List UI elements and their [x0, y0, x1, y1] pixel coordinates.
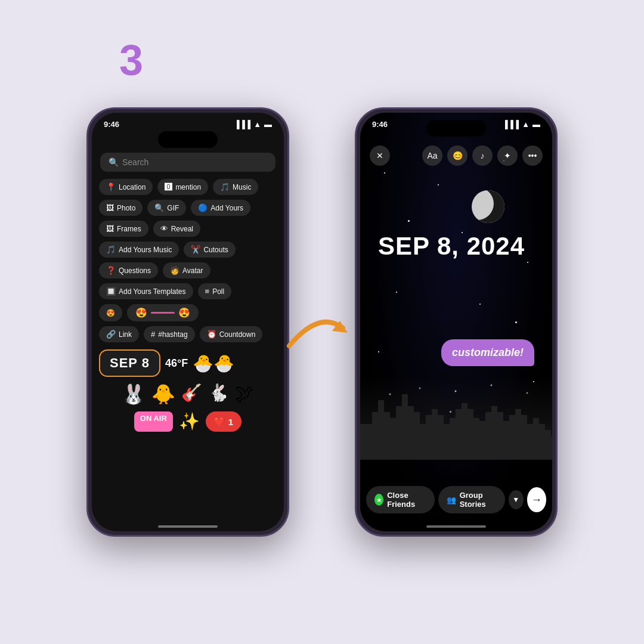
cutouts-icon: ✂️ — [191, 245, 200, 254]
gif-label: GIF — [167, 204, 179, 212]
heart-icon: ❤️ — [214, 416, 225, 427]
svg-point-5 — [527, 392, 528, 394]
hashtag-label: #hashtag — [158, 330, 187, 339]
countdown-icon: ⏰ — [207, 330, 216, 339]
phone-left: 9:46 ▐▐▐ ▲ ▬ 🔍 Search — [86, 107, 289, 537]
status-bar-left: 9:46 ▐▐▐ ▲ ▬ — [92, 113, 284, 131]
emoji-right: 😍 — [178, 307, 190, 318]
sticker-link[interactable]: 🔗 Link — [99, 326, 139, 342]
sticker-mention[interactable]: 🅾 mention — [157, 179, 208, 195]
temp-sticker[interactable]: 46°F — [165, 357, 188, 370]
like-button[interactable]: ❤️ 1 — [206, 411, 242, 432]
sticker-row-1: 📍 Location 🅾 mention 🎵 Music — [99, 179, 277, 195]
link-label: Link — [119, 330, 132, 339]
status-icons-right: ▐▐▐ ▲ ▬ — [502, 120, 540, 129]
on-air-sticker: ON AIR — [134, 411, 173, 432]
toolbar-icons: Aa 😊 ♪ ✦ ••• — [422, 145, 543, 166]
close-friends-pill[interactable]: ★ Close Friends — [366, 486, 435, 513]
sticker-row-8: 🔗 Link # #hashtag ⏰ Countdown — [99, 326, 277, 342]
sticker-add-yours-templates[interactable]: 🔲 Add Yours Templates — [99, 283, 193, 299]
sticker-row-3: 🖼 Frames 👁 Reveal — [99, 221, 277, 237]
sticker-emoji-reaction[interactable]: 😍 — [99, 304, 122, 321]
sticker-bunny1: 🐰 — [122, 383, 145, 405]
svg-point-3 — [455, 391, 457, 392]
send-button[interactable]: → — [527, 487, 547, 512]
phones-container: 9:46 ▐▐▐ ▲ ▬ 🔍 Search — [86, 107, 558, 537]
wifi-icon: ▲ — [253, 120, 261, 129]
sticker-questions[interactable]: ❓ Questions — [99, 262, 158, 278]
effects-button[interactable]: ✦ — [497, 145, 518, 166]
arrow-graphic — [283, 298, 355, 370]
search-placeholder: Search — [122, 157, 148, 167]
sticker-photo[interactable]: 🖼 Photo — [99, 200, 143, 216]
countdown-label: Countdown — [219, 330, 256, 339]
signal-icon: ▐▐▐ — [234, 120, 250, 129]
story-date: SEP 8, 2024 — [378, 232, 525, 261]
signal-icon-right: ▐▐▐ — [502, 120, 519, 129]
home-bar-right — [426, 525, 486, 528]
emoji-slider[interactable]: 😍 😍 — [127, 304, 199, 321]
music-button[interactable]: ♪ — [472, 145, 493, 166]
search-bar[interactable]: 🔍 Search — [100, 153, 275, 172]
sticker-row-4: 🎵 Add Yours Music ✂️ Cutouts — [99, 242, 277, 258]
svg-point-2 — [419, 388, 421, 389]
music-icon: 🎵 — [220, 182, 230, 191]
home-bar-left — [158, 525, 218, 528]
expand-button[interactable]: ▼ — [509, 490, 524, 509]
sticker-add-yours[interactable]: 🔵 Add Yours — [191, 200, 250, 216]
add-yours-label: Add Yours — [210, 204, 243, 212]
more-button[interactable]: ••• — [522, 145, 543, 166]
svg-point-4 — [491, 385, 493, 386]
poll-icon: ≡ — [205, 287, 210, 296]
close-friends-label: Close Friends — [387, 491, 426, 509]
moon-graphic — [472, 190, 504, 223]
sticker-reveal[interactable]: 👁 Reveal — [153, 221, 200, 237]
sticker-hashtag[interactable]: # #hashtag — [144, 326, 195, 342]
dynamic-island-right — [426, 120, 486, 137]
add-yours-icon: 🔵 — [198, 203, 208, 212]
phone-right: 9:46 ▐▐▐ ▲ ▬ ✕ Aa 😊 ♪ ✦ — [355, 107, 558, 537]
sticker-music[interactable]: 🎵 Music — [213, 179, 258, 195]
time-left: 9:46 — [104, 120, 119, 129]
text-button[interactable]: Aa — [422, 145, 442, 166]
like-count: 1 — [228, 417, 233, 427]
music-label: Music — [233, 183, 251, 191]
group-stories-pill[interactable]: 👥 Group Stories — [438, 486, 505, 513]
sticker-add-yours-music[interactable]: 🎵 Add Yours Music — [99, 242, 179, 258]
sticker-countdown[interactable]: ⏰ Countdown — [200, 326, 263, 342]
emoji-icon: 😍 — [106, 309, 115, 317]
sticker-rabbit: 🐇 — [208, 383, 229, 405]
questions-icon: ❓ — [106, 266, 116, 275]
photo-label: Photo — [117, 204, 135, 212]
character-sticker: 🐣🐣 — [193, 354, 234, 373]
face-button[interactable]: 😊 — [447, 145, 467, 166]
sticker-bunny2: 🐥 — [151, 383, 175, 405]
reveal-icon: 👁 — [160, 224, 168, 233]
sticker-cutouts[interactable]: ✂️ Cutouts — [184, 242, 235, 258]
sticker-poll[interactable]: ≡ Poll — [198, 283, 232, 299]
add-yours-templates-label: Add Yours Templates — [119, 287, 186, 296]
battery-icon: ▬ — [264, 120, 272, 129]
sticker-row-2: 🖼 Photo 🔍 GIF 🔵 Add Yours — [99, 200, 277, 216]
sticker-sparkle: ✨ — [179, 411, 200, 432]
sticker-location[interactable]: 📍 Location — [99, 179, 153, 195]
sticker-row-6: 🔲 Add Yours Templates ≡ Poll — [99, 283, 277, 299]
poll-label: Poll — [212, 287, 224, 296]
sticker-avatar[interactable]: 🧑 Avatar — [163, 262, 210, 278]
search-icon: 🔍 — [109, 157, 119, 167]
story-bottom-bar: ★ Close Friends 👥 Group Stories ▼ → — [360, 486, 552, 513]
star-icon: ★ — [374, 494, 383, 506]
date-sticker[interactable]: SEP 8 — [99, 349, 160, 377]
sticker-row-5: ❓ Questions 🧑 Avatar — [99, 262, 277, 278]
emoji-left: 😍 — [135, 307, 147, 318]
dynamic-island-left — [158, 131, 218, 148]
location-label: Location — [119, 183, 145, 191]
sticker-frames[interactable]: 🖼 Frames — [99, 221, 148, 237]
close-button[interactable]: ✕ — [370, 145, 390, 166]
time-right: 9:46 — [372, 120, 388, 129]
bottom-stickers: 🐰 🐥 🎸 🐇 🕊 ON AIR ✨ ❤️ 1 — [92, 377, 284, 438]
svg-point-1 — [389, 394, 391, 395]
sticker-gif[interactable]: 🔍 GIF — [147, 200, 186, 216]
location-icon: 📍 — [106, 182, 116, 191]
slider-track — [151, 312, 175, 314]
